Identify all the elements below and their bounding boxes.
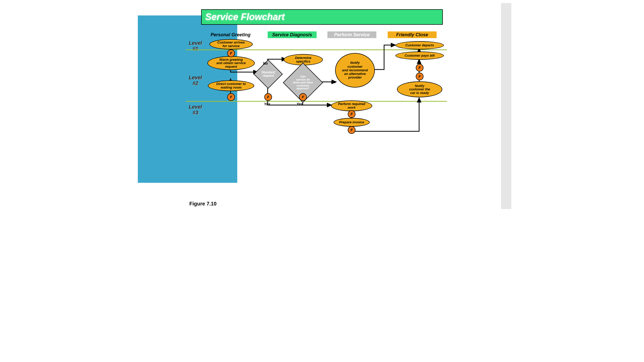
label-no-2: No <box>331 80 336 84</box>
fail-point-8: F <box>416 73 423 80</box>
title-bar: Service Flowchart <box>201 9 443 25</box>
node-customer-arrives: Customer arrives for service <box>209 39 253 49</box>
label-yes-1: Yes <box>264 102 270 106</box>
node-notify-alternative: Notify customer and recommend an alterna… <box>335 53 375 88</box>
divider-level-2-3 <box>186 101 447 102</box>
decision-standard-request-text: Standard request <box>258 71 278 77</box>
flowchart-stage: Service Flowchart Personal Greeting Serv… <box>133 0 511 213</box>
level-2-label: Level #2 <box>189 75 202 86</box>
fail-point-2: F <box>227 93 235 101</box>
fail-point-7: F <box>416 64 423 72</box>
label-no-1: No <box>263 61 268 65</box>
decision-standard-request: Standard request <box>253 59 283 89</box>
node-perform-work: Perform required work <box>331 100 372 111</box>
column-header-perform-service: Perform Service <box>327 31 376 38</box>
label-yes-2: Yes <box>296 102 303 106</box>
node-direct-waiting-room: Direct customer to waiting room <box>208 80 254 91</box>
fail-point-6: F <box>348 126 355 134</box>
column-header-service-diagnosis: Service Diagnosis <box>268 31 317 38</box>
node-prepare-invoice: Prepare invoice <box>334 118 370 127</box>
divider-level-1-2 <box>186 49 447 50</box>
fail-point-5: F <box>348 110 355 118</box>
decor-grey-bar <box>501 3 511 209</box>
node-warm-greeting: Warm greeting and obtain service request <box>207 56 255 70</box>
decision-can-service-text: Can service be done and does customer ap… <box>289 75 317 90</box>
title-text: Service Flowchart <box>205 12 285 22</box>
column-header-personal-greeting: Personal Greeting <box>207 31 254 38</box>
node-customer-departs: Customer departs <box>395 41 444 49</box>
fail-point-1: F <box>227 49 235 57</box>
fail-point-3: F <box>264 93 272 101</box>
figure-caption: Figure 7.10 <box>189 201 217 207</box>
node-customer-pays: Customer pays bill <box>395 51 444 60</box>
level-3-label: Level #3 <box>189 104 202 115</box>
node-notify-ready: Notify customer the car is ready <box>397 81 442 97</box>
fail-point-4: F <box>299 93 307 101</box>
column-header-friendly-close: Friendly Close <box>388 31 437 38</box>
